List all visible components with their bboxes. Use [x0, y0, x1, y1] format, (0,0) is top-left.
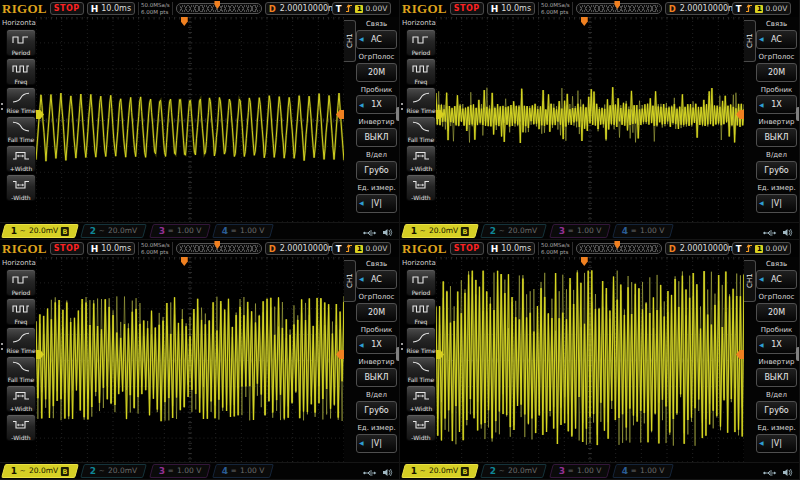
measure-button-rise-time[interactable]: Rise Time [6, 327, 36, 354]
measure-button-minus-width[interactable]: -Width [6, 414, 36, 441]
menu-page-indicator[interactable] [396, 107, 399, 121]
trigger-status-chip[interactable]: T 1 0.00V [332, 2, 392, 15]
volts-div-value-button[interactable]: Грубо [356, 401, 397, 420]
bandwidth-limit-badge: B [61, 467, 69, 476]
timebase-chip[interactable]: H 10.0ms [487, 242, 535, 255]
channel-2-chip[interactable]: 2 ~ 20.0mV [480, 224, 547, 238]
channel-2-chip[interactable]: 2 ~ 20.0mV [480, 464, 547, 478]
measure-button-fall-time[interactable]: Fall Time [406, 116, 436, 143]
channel-4-chip[interactable]: 4 = 1.00 V [212, 224, 274, 238]
units-value-button[interactable]: ◀|V| [756, 434, 797, 453]
left-arrow-icon: ◀ [359, 102, 364, 108]
channel-4-chip[interactable]: 4 = 1.00 V [612, 464, 674, 478]
volts-div-value-button[interactable]: Грубо [756, 401, 797, 420]
coupling-value-button[interactable]: ◀AC [756, 270, 797, 289]
measure-button-rise-time[interactable]: Rise Time [406, 87, 436, 114]
bandwidth-value-button[interactable]: 20M [356, 303, 397, 322]
channel-4-chip[interactable]: 4 = 1.00 V [612, 224, 674, 238]
measure-button-period[interactable]: Period [6, 269, 36, 296]
coupling-value-button[interactable]: ◀AC [356, 30, 397, 49]
measure-button-plus-width[interactable]: +Width [406, 385, 436, 412]
menu-scroll-dots [1, 343, 3, 345]
measure-button-rise-time[interactable]: Rise Time [6, 87, 36, 114]
measure-button-period[interactable]: Period [406, 29, 436, 56]
minus-width-icon [412, 415, 430, 434]
units-value-button[interactable]: ◀|V| [756, 194, 797, 213]
scope-panel-bottom-left: RIGOL STOP H 10.0ms 50.0MSa/s 6.00M pts … [0, 240, 400, 480]
probe-value-button[interactable]: ◀1X [356, 335, 397, 354]
volts-div-value-button[interactable]: Грубо [756, 161, 797, 180]
bandwidth-limit-badge: B [461, 467, 469, 476]
measure-button-fall-time[interactable]: Fall Time [406, 356, 436, 383]
coupling-value-button[interactable]: ◀AC [356, 270, 397, 289]
probe-value-button[interactable]: ◀1X [756, 95, 797, 114]
trigger-status-chip[interactable]: T 1 0.00V [332, 242, 392, 255]
trigger-delay-chip[interactable]: D 2.00010000ms [665, 2, 729, 15]
measure-button-plus-width[interactable]: +Width [406, 145, 436, 172]
menu-page-indicator[interactable] [396, 347, 399, 361]
channel-3-chip[interactable]: 3 = 1.00 V [549, 464, 611, 478]
rigol-logo: RIGOL [2, 2, 47, 15]
measure-button-period[interactable]: Period [406, 269, 436, 296]
menu-page-indicator[interactable] [796, 107, 799, 121]
channel-1-chip[interactable]: 1 ~ 20.0mV B [401, 224, 479, 238]
measure-button-minus-width[interactable]: -Width [406, 174, 436, 201]
measure-button-label: Freq [15, 319, 28, 325]
menu-item-header: Ед. измер. [756, 424, 797, 433]
units-value-button[interactable]: ◀|V| [356, 434, 397, 453]
measure-button-rise-time[interactable]: Rise Time [406, 327, 436, 354]
channel-2-chip[interactable]: 2 ~ 20.0mV [80, 224, 147, 238]
measure-button-freq[interactable]: Freq [406, 58, 436, 85]
trigger-delay-chip[interactable]: D 2.00010000ms [665, 242, 729, 255]
measure-button-fall-time[interactable]: Fall Time [6, 356, 36, 383]
probe-value-button[interactable]: ◀1X [356, 95, 397, 114]
channel-4-chip[interactable]: 4 = 1.00 V [212, 464, 274, 478]
coupling-symbol: ~ [500, 468, 506, 475]
bandwidth-value-button[interactable]: 20M [756, 63, 797, 82]
menu-page-indicator[interactable] [796, 347, 799, 361]
channel-1-chip[interactable]: 1 ~ 20.0mV B [1, 224, 79, 238]
measure-button-plus-width[interactable]: +Width [6, 145, 36, 172]
measure-button-freq[interactable]: Freq [6, 58, 36, 85]
trigger-delay-chip[interactable]: D 2.00010000ms [265, 2, 329, 15]
scope-main-area: Horizontal Period Freq Rise Time Fall Ti… [400, 17, 799, 224]
channel-1-chip[interactable]: 1 ~ 20.0mV B [401, 464, 479, 478]
measure-button-minus-width[interactable]: -Width [6, 174, 36, 201]
probe-value-button[interactable]: ◀1X [756, 335, 797, 354]
bandwidth-value-button[interactable]: 20M [356, 63, 397, 82]
measure-button-freq[interactable]: Freq [6, 298, 36, 325]
measure-button-label: Period [412, 50, 431, 56]
measure-button-period[interactable]: Period [6, 29, 36, 56]
timebase-chip[interactable]: H 10.0ms [87, 242, 135, 255]
run-status-badge: STOP [50, 2, 84, 15]
channel-scale: 20.0mV [29, 227, 58, 235]
measure-button-freq[interactable]: Freq [406, 298, 436, 325]
invert-value-button[interactable]: ВЫКЛ [356, 128, 397, 147]
coupling-symbol: = [168, 228, 174, 235]
timebase-chip[interactable]: H 10.0ms [87, 2, 135, 15]
bandwidth-value-button[interactable]: 20M [756, 303, 797, 322]
invert-value-button[interactable]: ВЫКЛ [756, 368, 797, 387]
channel-1-chip[interactable]: 1 ~ 20.0mV B [1, 464, 79, 478]
measure-button-minus-width[interactable]: -Width [406, 414, 436, 441]
channel-2-chip[interactable]: 2 ~ 20.0mV [80, 464, 147, 478]
trigger-delay-chip[interactable]: D 2.00010000ms [265, 242, 329, 255]
units-value-button[interactable]: ◀|V| [356, 194, 397, 213]
scope-panel-bottom-right: RIGOL STOP H 10.0ms 50.0MSa/s 6.00M pts … [400, 240, 800, 480]
trigger-status-chip[interactable]: T 1 0.00V [732, 2, 792, 15]
channel-3-chip[interactable]: 3 = 1.00 V [149, 464, 211, 478]
volts-div-value-button[interactable]: Грубо [356, 161, 397, 180]
channel-3-chip[interactable]: 3 = 1.00 V [549, 224, 611, 238]
trigger-status-chip[interactable]: T 1 0.00V [732, 242, 792, 255]
measure-button-plus-width[interactable]: +Width [6, 385, 36, 412]
measure-button-label: Fall Time [408, 137, 435, 143]
channel-3-chip[interactable]: 3 = 1.00 V [149, 224, 211, 238]
invert-value-button[interactable]: ВЫКЛ [356, 368, 397, 387]
channel-number: 2 [490, 467, 496, 476]
invert-value-button[interactable]: ВЫКЛ [756, 128, 797, 147]
channel-scale: 1.00 V [240, 467, 264, 475]
scope-panel-top-right: RIGOL STOP H 10.0ms 50.0MSa/s 6.00M pts … [400, 0, 800, 240]
coupling-value-button[interactable]: ◀AC [756, 30, 797, 49]
measure-button-fall-time[interactable]: Fall Time [6, 116, 36, 143]
timebase-chip[interactable]: H 10.0ms [487, 2, 535, 15]
